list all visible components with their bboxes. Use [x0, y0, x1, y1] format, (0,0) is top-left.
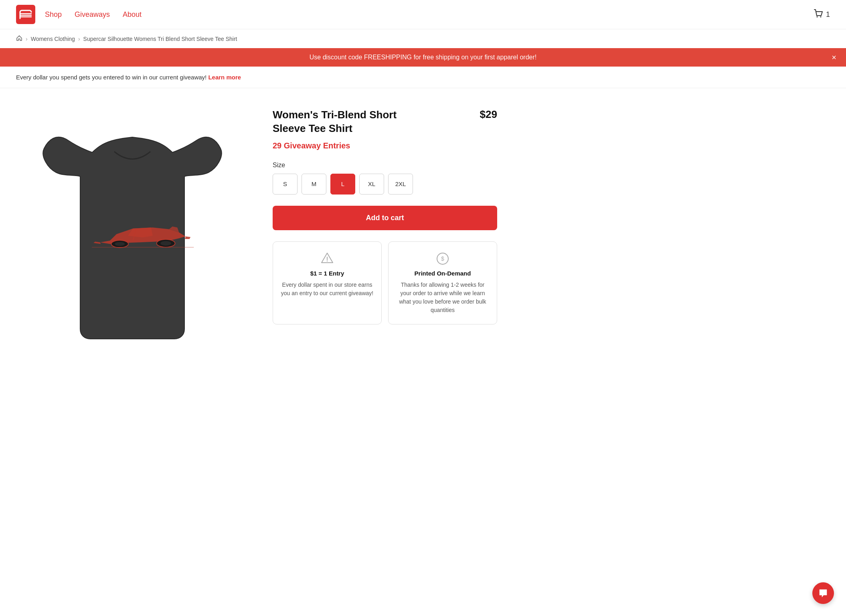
cart-count: 1: [826, 10, 830, 19]
product-details: Women's Tri-Blend Short Sleeve Tee Shirt…: [273, 104, 497, 365]
giveaway-learn-more-link[interactable]: Learn more: [208, 74, 241, 81]
banner-text: Use discount code FREESHIPPING for free …: [310, 54, 536, 61]
pod-card-title: Printed On-Demand: [396, 270, 490, 277]
product-image-area: [16, 104, 249, 365]
header: Shop Giveaways About 1: [0, 0, 846, 29]
product-container: Women's Tri-Blend Short Sleeve Tee Shirt…: [0, 88, 513, 381]
entry-card-title: $1 = 1 Entry: [280, 270, 374, 277]
breadcrumb: › Womens Clothing › Supercar Silhouette …: [0, 29, 846, 48]
size-btn-xl[interactable]: XL: [359, 174, 384, 195]
breadcrumb-home-icon[interactable]: [16, 35, 22, 43]
breadcrumb-current: Supercar Silhouette Womens Tri Blend Sho…: [83, 36, 237, 42]
svg-point-1: [816, 16, 818, 18]
info-cards: $1 = 1 Entry Every dollar spent in our s…: [273, 241, 497, 324]
size-btn-s[interactable]: S: [273, 174, 298, 195]
size-label: Size: [273, 162, 497, 169]
nav-giveaways[interactable]: Giveaways: [75, 10, 110, 19]
svg-point-9: [327, 260, 328, 261]
size-btn-2xl[interactable]: 2XL: [388, 174, 413, 195]
add-to-cart-button[interactable]: Add to cart: [273, 206, 497, 230]
svg-rect-0: [16, 5, 35, 24]
banner-close-button[interactable]: ×: [832, 53, 836, 61]
product-title: Women's Tri-Blend Short Sleeve Tee Shirt: [273, 108, 409, 136]
entry-card-text: Every dollar spent in our store earns yo…: [280, 281, 374, 298]
pod-card-text: Thanks for allowing 1-2 weeks for your o…: [396, 281, 490, 314]
svg-point-2: [820, 16, 821, 18]
brand-logo[interactable]: [16, 5, 35, 24]
size-btn-l[interactable]: L: [330, 174, 355, 195]
nav-shop[interactable]: Shop: [45, 10, 62, 19]
cart-icon: [813, 8, 824, 20]
giveaway-entries-label: 29 Giveaway Entries: [273, 141, 497, 150]
product-price: $29: [480, 108, 497, 121]
breadcrumb-sep-2: ›: [78, 36, 80, 42]
giveaway-notice: Every dollar you spend gets you entered …: [0, 67, 846, 88]
info-card-entry: $1 = 1 Entry Every dollar spent in our s…: [273, 241, 382, 324]
breadcrumb-category[interactable]: Womens Clothing: [31, 36, 75, 42]
entry-icon: [280, 251, 374, 266]
svg-text:$: $: [441, 255, 444, 262]
product-image: [28, 104, 237, 365]
size-btn-m[interactable]: M: [302, 174, 326, 195]
info-card-pod: $ Printed On-Demand Thanks for allowing …: [388, 241, 497, 324]
pod-icon: $: [396, 251, 490, 266]
size-options: S M L XL 2XL: [273, 174, 497, 195]
svg-point-4: [160, 241, 171, 245]
svg-point-6: [115, 242, 125, 246]
main-nav: Shop Giveaways About: [45, 10, 142, 19]
breadcrumb-sep-1: ›: [26, 36, 28, 42]
promo-banner: Use discount code FREESHIPPING for free …: [0, 48, 846, 67]
giveaway-notice-text: Every dollar you spend gets you entered …: [16, 74, 206, 81]
product-title-row: Women's Tri-Blend Short Sleeve Tee Shirt…: [273, 108, 497, 136]
cart-area[interactable]: 1: [813, 8, 830, 20]
nav-about[interactable]: About: [123, 10, 142, 19]
